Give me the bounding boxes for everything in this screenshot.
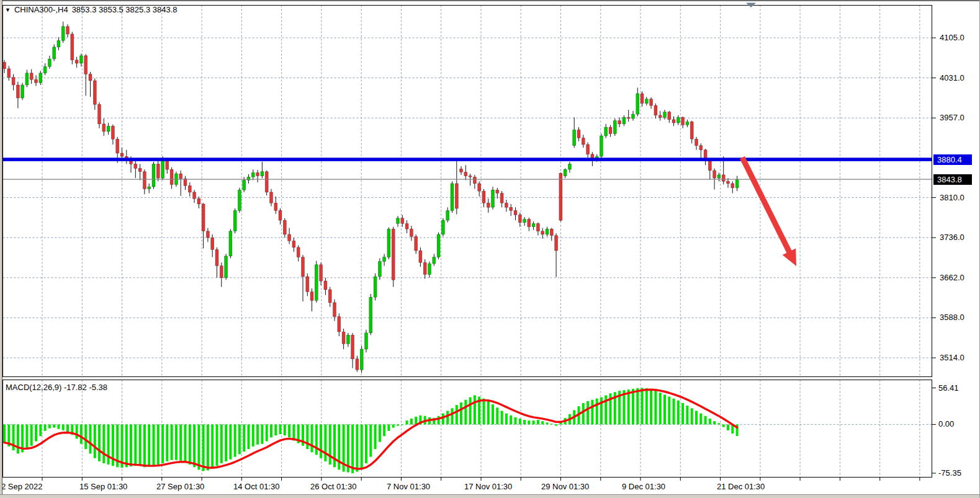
- main-panel-border: [3, 6, 932, 377]
- time-axis-label: 27 Sep 01:30: [156, 482, 204, 491]
- price-tick-label: 3662.0: [940, 273, 964, 282]
- time-axis-label: 7 Nov 01:30: [387, 482, 430, 491]
- macd-panel-border: [3, 380, 932, 478]
- macd-histogram: [3, 388, 739, 474]
- price-tick-label: 3810.0: [940, 193, 964, 202]
- trend-arrow-annotation[interactable]: [742, 158, 796, 266]
- macd-scale-label: 56.41: [938, 383, 959, 393]
- price-tick-label: 4105.0: [940, 33, 964, 42]
- time-axis-label: 26 Oct 01:30: [310, 482, 356, 491]
- macd-scale-label: -75.35: [938, 468, 961, 478]
- chart-canvas[interactable]: [0, 0, 980, 498]
- time-axis-label: 29 Nov 01:30: [541, 482, 589, 491]
- window-top-edge: [0, 0, 980, 1]
- price-tick-label: 3957.0: [940, 113, 964, 122]
- chart-title-bar: ▼ CHINA300-,H4 3853.3 3853.5 3825.3 3843…: [5, 5, 178, 14]
- ohlc-quote-label: 3853.3 3853.5 3825.3 3843.8: [72, 5, 178, 14]
- time-axis-label: 14 Oct 01:30: [233, 482, 279, 491]
- price-tick-label: 3514.0: [940, 353, 964, 362]
- mt4-chart-window: ▼ CHINA300-,H4 3853.3 3853.5 3825.3 3843…: [0, 0, 980, 498]
- time-axis-label: 17 Nov 01:30: [464, 482, 512, 491]
- candlestick-series: [3, 22, 739, 373]
- macd-scale-label: 0.00: [938, 419, 954, 429]
- window-bottom-edge: [0, 494, 980, 498]
- time-axis-label: 9 Dec 01:30: [622, 482, 665, 491]
- price-tick-label: 3736.0: [940, 233, 964, 242]
- hline-price-badge: 3880.4: [933, 154, 972, 165]
- horizontal-blue-line[interactable]: [3, 158, 932, 161]
- time-axis-label: 2 Sep 2022: [1, 482, 43, 491]
- chart-collapse-icon[interactable]: ▼: [5, 7, 11, 13]
- price-tick-label: 4031.0: [940, 73, 964, 82]
- symbol-period-label: CHINA300-,H4: [14, 5, 68, 14]
- macd-indicator-label: MACD(12,26,9) -17.82 -5.38: [6, 383, 107, 392]
- window-left-edge: [0, 0, 2, 498]
- time-axis-label: 15 Sep 01:30: [79, 482, 127, 491]
- current-price-badge: 3843.8: [933, 174, 972, 185]
- price-tick-label: 3588.0: [940, 313, 964, 322]
- time-axis-label: 21 Dec 01:30: [717, 482, 765, 491]
